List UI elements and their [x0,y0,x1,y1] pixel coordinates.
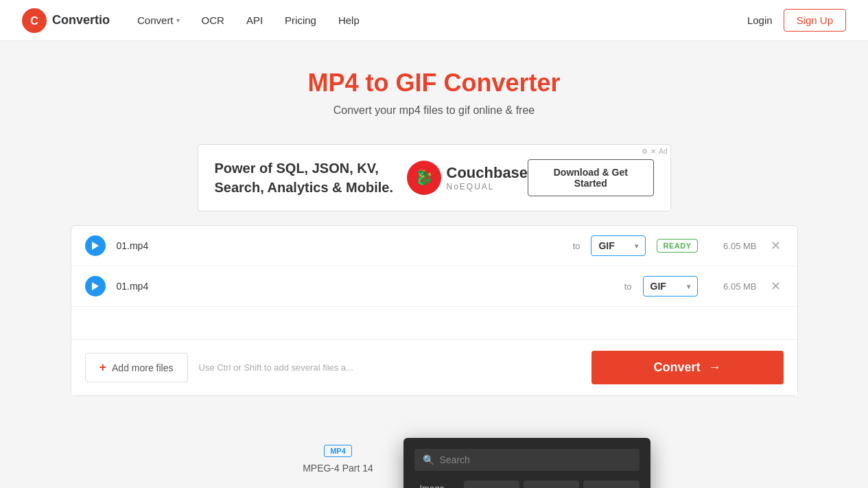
file-size-2: 6.05 MB [709,281,757,292]
format-dropdown: 🔍 Image Audio Video GIFMP3WAVOGGWMAM4AAA… [403,438,650,488]
nav-pricing[interactable]: Pricing [285,14,316,26]
arrow-right-icon: → [709,360,721,375]
ad-banner: ⚙ ✕ Ad Power of SQL, JSON, KV, Search, A… [198,144,671,211]
file-row: 01.mp4 to GIF ▾ READY 6.05 MB ✕ [71,226,797,266]
file-size-1: 6.05 MB [709,241,757,251]
category-image[interactable]: Image [414,480,456,488]
search-container: 🔍 [414,449,640,471]
close-button-1[interactable]: ✕ [768,235,784,256]
nav-links: Convert ▾ OCR API Pricing Help [137,14,747,26]
close-button-2[interactable]: ✕ [768,276,784,297]
to-label-2: to [624,281,632,292]
nav-ocr[interactable]: OCR [202,14,224,26]
ad-badge: ⚙ ✕ Ad [642,148,667,155]
nav-api[interactable]: API [246,14,263,26]
converter-box: 01.mp4 to GIF ▾ READY 6.05 MB ✕ 01.mp4 t… [71,225,798,396]
file-name-2: 01.mp4 [117,281,613,292]
chevron-down-icon: ▾ [176,16,180,24]
brand-icon: 🐉 [407,161,441,195]
navbar: C Convertio Convert ▾ OCR API Pricing He… [0,0,868,41]
converter-area: 01.mp4 to GIF ▾ READY 6.05 MB ✕ 01.mp4 t… [57,225,812,423]
plus-icon: + [99,360,107,375]
page-title: MP4 to GIF Converter [14,69,854,97]
ready-badge-1: READY [657,239,697,253]
format-btn-mp3[interactable]: MP3 [524,480,579,488]
login-button[interactable]: Login [747,14,773,26]
empty-row [71,307,797,340]
ad-brand: 🐉 Couchbase NoEQUAL [407,161,528,195]
hint-text: Use Ctrl or Shift to add several files a… [199,362,580,373]
dropdown-body: Image Audio Video GIFMP3WAVOGGWMAM4AAACM… [414,480,640,488]
brand-text: Couchbase NoEQUAL [447,164,528,191]
file-name-1: 01.mp4 [117,240,562,251]
info-card-mp4: MP4 MPEG-4 Part 14 [270,444,407,474]
ad-cta-button[interactable]: Download & Get Started [528,159,653,196]
chevron-down-icon: ▾ [687,283,690,290]
nav-help[interactable]: Help [338,14,360,26]
convert-button[interactable]: Convert → [591,351,784,384]
format-badge-mp4: MP4 [324,445,352,457]
search-icon: 🔍 [423,454,434,465]
format-btn-wav[interactable]: WAV [583,480,639,488]
add-files-button[interactable]: + Add more files [85,353,188,382]
chevron-down-icon: ▾ [635,242,638,250]
format-selector-1[interactable]: GIF ▾ [591,235,646,256]
format-grid: GIFMP3WAVOGGWMAM4AAACM4RFLACMP2AMRAIFFWV… [464,480,640,488]
logo[interactable]: C Convertio [22,8,110,33]
logo-icon: C [22,8,47,33]
format-selector-2[interactable]: GIF ▾ [643,276,698,297]
format-btn-gif[interactable]: GIF [464,480,519,488]
play-button-2[interactable] [85,276,106,297]
file-row: 01.mp4 to GIF ▾ 6.05 MB ✕ [71,266,797,307]
category-list: Image Audio Video [414,480,456,488]
hero-subtitle: Convert your mp4 files to gif online & f… [14,104,854,117]
navbar-actions: Login Sign Up [747,9,846,32]
info-card-title-mp4: MPEG-4 Part 14 [270,463,407,474]
play-button-1[interactable] [85,235,106,256]
nav-convert[interactable]: Convert ▾ [137,14,180,26]
ad-text: Power of SQL, JSON, KV, Search, Analytic… [215,159,407,197]
logo-text: Convertio [52,13,110,27]
bottom-bar: + Add more files Use Ctrl or Shift to ad… [71,340,797,395]
to-label-1: to [573,241,580,251]
svg-text:C: C [30,15,38,27]
brand-logo: 🐉 Couchbase NoEQUAL [407,161,528,195]
hero-section: MP4 to GIF Converter Convert your mp4 fi… [0,41,868,130]
signup-button[interactable]: Sign Up [784,9,846,32]
search-input[interactable] [440,454,631,465]
